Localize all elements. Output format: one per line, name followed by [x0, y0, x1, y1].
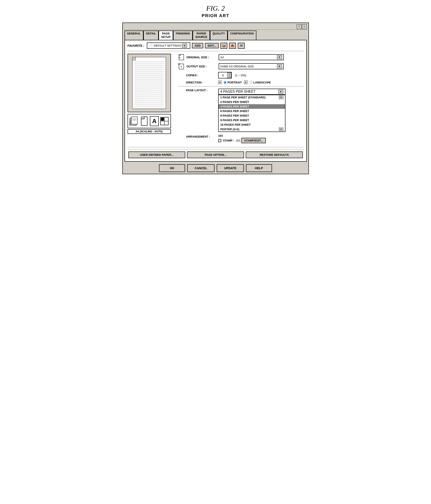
favorite-dropdown-arrow[interactable]: ▼	[182, 44, 187, 48]
original-size-arrow[interactable]: ▼	[277, 55, 282, 59]
copies-input[interactable]	[219, 74, 227, 77]
portrait-option[interactable]: PORTRAIT	[224, 81, 242, 84]
layout-option-8[interactable]: 8 PAGES PER SHEET	[219, 113, 285, 118]
svg-rect-16	[161, 118, 164, 121]
help-button[interactable]: HELP	[246, 164, 272, 172]
copies-down-button[interactable]: ▼	[227, 75, 231, 78]
list-arrow-poster[interactable]: ▼	[279, 128, 283, 131]
page-line	[135, 75, 164, 76]
layout-option-16[interactable]: 16 PAGES PER SHEET	[219, 122, 285, 127]
page-layout-dropdown: 1 PAGE PER SHEET (STANDARD) ▼ 2 PAGES PE…	[218, 95, 285, 132]
page-line	[135, 63, 164, 64]
tab-detail[interactable]: DETAIL	[143, 31, 159, 40]
page-line	[135, 71, 164, 72]
close-button[interactable]: ×	[302, 24, 307, 29]
preview-icons-row: 1 2 3 A	[128, 114, 171, 128]
tab-quality[interactable]: QUALITY	[210, 31, 227, 40]
page-line	[135, 69, 164, 70]
tab-finishing[interactable]: FINISHING	[173, 31, 193, 40]
layout-option-4[interactable]: 4 PAGES PER SHEET	[219, 104, 285, 109]
page-line	[135, 98, 164, 99]
user-defined-paper-button[interactable]: USER DEFINED PAPER...	[128, 152, 186, 158]
svg-marker-10	[141, 117, 144, 119]
page-line	[135, 90, 164, 91]
tab-page-setup[interactable]: PAGESETUP	[159, 31, 173, 40]
list-arrow-1[interactable]: ▼	[279, 96, 283, 99]
layout-option-9[interactable]: 9 PAGES PER SHEET	[219, 118, 285, 122]
stamp-edit-row: 201 STAMP/EDIT...	[236, 138, 266, 143]
svg-text:A: A	[178, 63, 179, 65]
arrangement-row: ARRANGEMENT : 103 STAMP : 201 STAMP/EDIT…	[178, 134, 304, 143]
layout-option-9-label: 9 PAGES PER SHEET	[220, 118, 249, 122]
page-layout-row: PAGE LAYOUT : 4 PAGES PER SHEET ▼ 1 PAGE…	[178, 89, 304, 132]
layout-option-1-label: 1 PAGE PER SHEET (STANDARD)	[220, 96, 265, 99]
svg-text:A: A	[179, 56, 180, 59]
settings-panel: A ORIGINAL SIZE : A4 ▼ A	[178, 54, 304, 145]
dialog-titlebar: ? ×	[124, 24, 308, 30]
page-line	[135, 79, 164, 80]
layout-option-1[interactable]: 1 PAGE PER SHEET (STANDARD) ▼	[219, 95, 285, 100]
output-size-arrow[interactable]: ▼	[277, 64, 282, 68]
edit-button[interactable]: EDIT...	[205, 43, 219, 48]
tab-paper-source[interactable]: PAPERSOURCE	[193, 31, 210, 40]
main-content: 1 2 3 A	[128, 54, 304, 145]
update-button[interactable]: UPDATE	[217, 164, 244, 172]
page-line	[135, 100, 164, 101]
page-layout-header[interactable]: 4 PAGES PER SHEET ▼	[218, 89, 285, 95]
portrait-radio[interactable]	[224, 81, 226, 84]
landscape-radio[interactable]	[250, 81, 253, 84]
add-button[interactable]: ADD	[192, 43, 203, 48]
favorite-label: FAVORITE :	[128, 44, 144, 47]
page-line	[135, 65, 164, 66]
restore-defaults-button[interactable]: RESTORE DEFAULTS	[246, 152, 303, 158]
layout-option-2[interactable]: 2 PAGES PER SHEET	[219, 100, 285, 104]
direction-label: DIRECTION :	[186, 81, 216, 84]
ok-button[interactable]: OK	[159, 164, 185, 172]
direction-row: DIRECTION : A PORTRAIT A LANDSCAPE	[178, 81, 304, 84]
page-layout-container: 4 PAGES PER SHEET ▼ 1 PAGE PER SHEET (ST…	[218, 89, 285, 132]
layout-option-6[interactable]: 6 PAGES PER SHEET	[219, 109, 285, 113]
tab-configuration[interactable]: CONFIGURATION	[227, 31, 256, 40]
layout-option-poster[interactable]: POSTER (2×2) ▼	[219, 127, 285, 132]
original-size-value: A4	[220, 56, 224, 59]
portrait-label: PORTRAIT	[227, 81, 242, 84]
copies-row: COPIES : ▲ ▼ (1 – 255)	[178, 72, 304, 78]
svg-text:3: 3	[130, 123, 131, 125]
layout-option-4-label: 4 PAGES PER SHEET	[220, 105, 249, 108]
landscape-option[interactable]: LANDSCAPE	[250, 81, 271, 84]
icon-btn-1[interactable]: 📦	[220, 43, 227, 49]
stamp-checkbox[interactable]	[218, 139, 221, 142]
page-layout-arrow[interactable]: ▼	[278, 90, 283, 94]
copies-up-button[interactable]: ▲	[227, 72, 231, 75]
preview-panel: 1 2 3 A	[128, 54, 175, 145]
original-size-select[interactable]: A4 ▼	[219, 54, 284, 60]
tab-general[interactable]: GENERAL	[124, 31, 144, 40]
page-line	[135, 82, 164, 84]
annotation-201: 201	[236, 139, 241, 142]
page-preview	[128, 54, 171, 112]
direction-options: A PORTRAIT A LANDSCAPE	[218, 81, 271, 84]
original-size-row: A ORIGINAL SIZE : A4 ▼	[178, 54, 304, 61]
output-size-select[interactable]: SAME AS ORIGINAL SIZE ▼	[219, 63, 284, 69]
help-titlebar-button[interactable]: ?	[297, 24, 301, 29]
output-size-icon: A A	[178, 63, 185, 70]
icon-btn-2[interactable]: 📤	[229, 43, 236, 49]
copies-spinner: ▲ ▼	[227, 72, 231, 78]
page-line	[135, 108, 164, 109]
landscape-icon: A	[244, 81, 247, 84]
copies-label: COPIES :	[186, 74, 216, 77]
single-page-icon	[140, 116, 149, 126]
page-layout-label: PAGE LAYOUT :	[186, 89, 216, 92]
favorite-dropdown[interactable]: 📄 DEFAULT SETTINGS ▼	[147, 43, 190, 49]
cancel-button[interactable]: CANCEL	[187, 164, 215, 172]
stamp-edit-button[interactable]: STAMP/EDIT...	[241, 138, 265, 143]
page-line	[135, 86, 164, 88]
page-option-button[interactable]: PAGE OPTION...	[187, 152, 244, 158]
page-corner-fold	[132, 57, 136, 60]
portrait-icon: A	[218, 81, 222, 84]
favorite-row: FAVORITE : 📄 DEFAULT SETTINGS ▼ ADD EDIT…	[128, 43, 304, 51]
icon-btn-3[interactable]: ✉	[238, 43, 245, 49]
grid-icon	[160, 116, 169, 126]
page-line	[135, 81, 164, 82]
dialog-body: FAVORITE : 📄 DEFAULT SETTINGS ▼ ADD EDIT…	[124, 40, 307, 162]
